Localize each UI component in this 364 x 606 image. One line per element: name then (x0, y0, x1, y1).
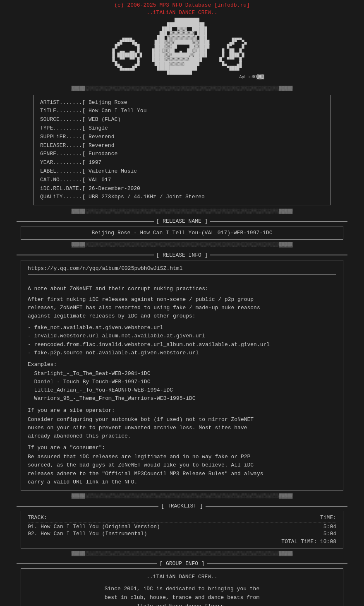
header-line-right3 (206, 506, 347, 507)
track-rows-container: 01. How Can I Tell You (Original Version… (28, 524, 336, 537)
info-divider (28, 274, 336, 275)
release-name-text: Beijing_Rose_-_How_Can_I_Tell_You-(VAL_0… (92, 230, 273, 236)
crew-text: ..iTALiAN DANCE CREW.. (146, 10, 218, 16)
info-row-supplier: SUPPLiER.....[ Reverend (40, 133, 324, 142)
time-col-header: TiME: (320, 515, 336, 521)
title-value: How Can I Tell You (89, 108, 146, 114)
total-time-row: TOTAL TiME: 10:08 (28, 539, 336, 545)
artist-label: ARTiST.......[ (40, 99, 85, 106)
group-info-section-header: [ GROUP INFO ] (17, 560, 347, 567)
header-line-left3 (17, 506, 158, 507)
source-label: SOURCE.......[ (40, 116, 85, 123)
artist-value: Beijing Rose (89, 99, 127, 106)
info-row-genre: GENRE........[ Eurodance (40, 150, 324, 159)
type-label: TYPE.........[ (40, 125, 85, 131)
info-row-type: TYPE.........[ Single (40, 124, 324, 133)
info-row-catno: CAT.NO.......[ VAL 017 (40, 176, 324, 185)
deco-border-mid3: ▓▓▓▓▓░░░░░░░░░░░░░░░░░░░░░░░░░░░░░░░░░░░… (4, 493, 360, 499)
date-label: iDC.REL.DATE.[ (40, 185, 85, 192)
track-title: 01. How Can I Tell You (Original Version… (28, 524, 160, 530)
group-info-label: [ GROUP INFO ] (159, 560, 204, 567)
tracklist-section-header: [ TRACKLIST ] (17, 503, 347, 509)
table-row: 01. How Can I Tell You (Original Version… (28, 524, 336, 530)
catno-label: CAT.NO.......[ (40, 177, 85, 183)
header-line-right2 (210, 255, 347, 255)
group-description: Since 2001, iDC is dedicated to bringing… (28, 585, 336, 606)
date-value: 26-December-2020 (89, 185, 140, 192)
site-operator-text: Consider configuring your autonuke bot (… (28, 416, 336, 440)
releaser-label: RELEASER.....[ (40, 142, 85, 149)
info-row-date: iDC.REL.DATE.[ 26-December-2020 (40, 185, 324, 193)
copyright-text: (c) 2006-2025 MP3 NFO Database [infodb.r… (114, 2, 250, 8)
deco-border-mid2: ▓▓▓▓▓░░░░░░░░░░░░░░░░░░░░░░░░░░░░░░░░░░░… (4, 242, 360, 248)
supplier-value: Reverend (89, 134, 114, 140)
info-row-artist: ARTiST.......[ Beijing Rose (40, 99, 324, 107)
info-row-title: TiTLE........[ How Can I Tell You (40, 107, 324, 115)
header-line-left4 (17, 563, 157, 564)
total-time-value: 10:08 (320, 539, 336, 545)
year-value: 1997 (89, 159, 101, 166)
consumer-text: Be assured that iDC releases are legitim… (28, 453, 336, 486)
group-info-box: ..iTALiAN DANCE CREW.. Since 2001, iDC i… (21, 568, 343, 606)
release-name-section-header: [ RELEASE NAME ] (17, 218, 347, 224)
type-value: Single (89, 125, 108, 131)
supplier-label: SUPPLiER.....[ (40, 134, 85, 140)
tracklist-dotted-divider (28, 522, 336, 522)
info-row-year: YEAR.........[ 1997 (40, 159, 324, 167)
deco-border-mid1: ▓▓▓▓▓░░░░░░░░░░░░░░░░░░░░░░░░░░░░░░░░░░░… (4, 209, 360, 214)
header-line-right (210, 221, 347, 222)
table-row: 02. How Can I Tell You (Instrumental)5:0… (28, 531, 336, 537)
label-label: LABEL........[ (40, 168, 85, 174)
quality-value: UBR 273kbps / 44.1KHz / Joint Stereo (89, 194, 205, 200)
paragraph1: After first nuking iDC releases against … (28, 296, 336, 320)
header-line-left2 (17, 255, 154, 255)
info-row-releaser: RELEASER.....[ Reverend (40, 142, 324, 150)
info-row-source: SOURCE.......[ WEB (FLAC) (40, 115, 324, 124)
release-url: https://y.qq.com/n/yqq/album/0025pwbhOwJ… (28, 265, 336, 273)
title-label: TiTLE........[ (40, 108, 85, 114)
tracklist-header-row: TRACK: TiME: (28, 515, 336, 521)
release-info-label: [ RELEASE INFO ] (156, 252, 208, 258)
deco-border-mid4: ▓▓▓▓▓░░░░░░░░░░░░░░░░░░░░░░░░░░░░░░░░░░░… (4, 551, 360, 556)
ascii-logo: ██████████ ███████████████ ████ ▓▓▓▓ ███… (100, 18, 264, 84)
releaser-value: Reverend (89, 142, 114, 149)
catno-value: VAL 017 (89, 177, 111, 183)
release-name-label: [ RELEASE NAME ] (156, 218, 208, 224)
site-operator-header: If you are a site operator: (28, 406, 336, 415)
tracklist-box: TRACK: TiME: 01. How Can I Tell You (Ori… (21, 511, 343, 548)
examples: Starlight_-_To_The_Beat-WEB-2001-iDC Dan… (28, 370, 336, 403)
examples-header: Examples: (28, 361, 336, 369)
info-row-quality: QUALiTY......[ UBR 273kbps / 44.1KHz / J… (40, 193, 324, 202)
note-header: A note about ZoNeNET and their corrupt n… (28, 285, 336, 293)
track-title: 02. How Can I Tell You (Instrumental) (28, 531, 147, 537)
genre-label: GENRE........[ (40, 151, 85, 157)
quality-label: QUALiTY......[ (40, 194, 85, 200)
release-info-section-header: [ RELEASE INFO ] (17, 252, 347, 258)
track-time: 5:04 (323, 531, 336, 537)
nuke-reasons: - fake_not.available.at.given.webstore.u… (28, 324, 336, 357)
track-col-header: TRACK: (28, 515, 47, 521)
page-wrapper: (c) 2006-2025 MP3 NFO Database [infodb.r… (0, 0, 364, 606)
genre-value: Eurodance (89, 151, 117, 157)
artist-info-box: ARTiST.......[ Beijing Rose TiTLE.......… (33, 95, 331, 206)
deco-border-top: ▓▓▓▓▓░░░░░░░░░░░░░░░░░░░░░░░░░░░░░░░░░░░… (4, 86, 360, 91)
group-name: ..iTALiAN DANCE CREW.. (28, 573, 336, 582)
tracklist-label: [ TRACKLIST ] (161, 503, 203, 509)
ascii-logo-section: ██████████ ███████████████ ████ ▓▓▓▓ ███… (0, 18, 364, 84)
header-line-right4 (207, 563, 347, 564)
release-name-box: Beijing_Rose_-_How_Can_I_Tell_You-(VAL_0… (21, 226, 343, 240)
year-label: YEAR.........[ (40, 159, 85, 166)
track-time: 5:04 (323, 524, 336, 530)
label-value: Valentine Music (89, 168, 137, 174)
release-info-box: https://y.qq.com/n/yqq/album/0025pwbhOwJ… (21, 260, 343, 491)
source-value: WEB (FLAC) (89, 116, 121, 123)
info-row-label: LABEL........[ Valentine Music (40, 167, 324, 176)
consumer-header: If you are a "consumer": (28, 444, 336, 452)
header-copyright: (c) 2006-2025 MP3 NFO Database [infodb.r… (0, 0, 364, 17)
total-label: TOTAL TiME: (281, 539, 317, 545)
header-line-left (17, 221, 154, 222)
